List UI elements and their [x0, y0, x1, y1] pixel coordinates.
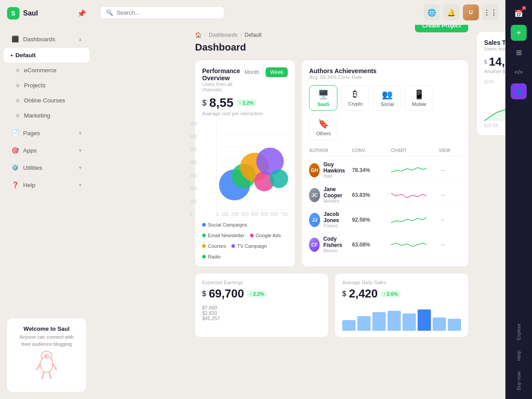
others-icon: 🔖 [318, 118, 329, 129]
daily-sales-number: 2,420 [349, 287, 378, 301]
sparkline-3 [391, 239, 426, 250]
tab-crypto[interactable]: ₿ Crypto [341, 85, 369, 111]
tab-saas[interactable]: 🖥️ SaaS [309, 85, 337, 111]
sidebar-item-dashboards[interactable]: ⬛ Dashboards ▲ [4, 31, 90, 47]
table-row: JJ Jacob Jones Poland 92.56% → [309, 207, 461, 232]
sidebar-nav: ⬛ Dashboards ▲ Default eCommerce Project… [0, 27, 93, 311]
sidebar-item-apps[interactable]: 🎯 Apps ▼ [4, 142, 90, 159]
view-btn-2[interactable]: → [439, 216, 461, 224]
tab-social[interactable]: 👥 Social [373, 85, 401, 111]
tab-week[interactable]: Week [266, 67, 288, 77]
sparkline-0 [391, 165, 426, 176]
authors-table: AUTHOR CONV. CHART VIEW GH Guy Hawkins [309, 145, 461, 257]
social-icon: 👥 [382, 89, 393, 100]
calendar-icon-btn[interactable]: 📅 ! [511, 5, 527, 21]
bar-1 [342, 320, 356, 331]
social-label: Social [380, 102, 394, 107]
home-icon[interactable]: 🏠 [195, 32, 202, 38]
pin-icon[interactable]: 📌 [77, 9, 86, 18]
stats-row: Expected Earnings $ 69,700 ↑ 2.2% $7,660… [195, 274, 468, 337]
logo-icon: S [7, 7, 20, 20]
sidebar-marketing-label: Marketing [24, 112, 82, 119]
performance-card-header: Performance Overview Users from all chan… [202, 67, 288, 92]
welcome-subtitle: Anyone can connect with their audience b… [14, 334, 79, 348]
chevron-icon: ▼ [78, 165, 82, 170]
performance-value: $ 8,55 ↑ 2.2% [202, 96, 288, 110]
tab-mobile[interactable]: 📱 Mobile [405, 85, 433, 111]
bar-8 [448, 319, 461, 331]
code-icon-btn[interactable]: </> [511, 64, 527, 80]
col-view: VIEW [439, 148, 461, 153]
topbar-grid-icon[interactable]: ⋮⋮ [482, 4, 498, 20]
sidebar-item-ecommerce[interactable]: eCommerce [4, 63, 90, 78]
author-country-0: Haiti [323, 174, 348, 179]
astronaut-illustration [24, 348, 69, 383]
view-btn-1[interactable]: → [439, 191, 461, 199]
legend-tv: TV Campaign [231, 243, 267, 249]
crypto-label: Crypto [348, 101, 362, 106]
main-area: 🔍 🌐 🔔 U ⋮⋮ 🏠 › Da [186, 0, 532, 399]
sidebar-item-pages[interactable]: 📄 Pages ▼ [4, 125, 90, 141]
bell-icon: 🔔 [447, 8, 456, 17]
breadcrumb-dashboards[interactable]: Dashboards [209, 32, 238, 38]
avatar-guy: GH [309, 163, 320, 177]
explore-label[interactable]: Explore [516, 320, 521, 344]
welcome-title: Welcome to Saul [14, 325, 79, 332]
chevron-icon: ▼ [78, 183, 82, 188]
search-icon: 🔍 [106, 9, 113, 16]
performance-title: Performance Overview [202, 67, 240, 82]
bar-5 [403, 313, 416, 331]
sidebar-utilities-label: Utilities [23, 164, 78, 171]
sparkline-1 [391, 190, 426, 200]
code-icon: </> [515, 69, 523, 75]
author-country-1: Monaco [324, 199, 348, 203]
author-conv-0: 78.34% [352, 167, 387, 173]
help-label[interactable]: Help [516, 347, 521, 364]
author-country-2: Poland [324, 223, 348, 228]
view-btn-3[interactable]: → [439, 241, 461, 249]
authors-card-header: Authors Achievements Avg. 69.34% Conv. R… [309, 67, 461, 80]
view-btn-0[interactable]: → [439, 166, 461, 174]
buy-now-label[interactable]: Buy now [516, 368, 521, 394]
sidebar-apps-label: Apps [23, 147, 78, 154]
table-row: CF Cody Fishers Mexico 63.08% → [309, 232, 461, 257]
world-icon: 🌐 [427, 8, 436, 17]
performance-card: Performance Overview Users from all chan… [195, 60, 295, 266]
add-icon-btn[interactable]: + [511, 25, 527, 41]
bar-3 [372, 312, 386, 331]
sidebar-item-utilities[interactable]: ⚙️ Utilities ▼ [4, 159, 90, 176]
dot-icon [16, 114, 20, 117]
table-row: GH Guy Hawkins Haiti 78.34% → [309, 158, 461, 183]
topbar-avatar-icon[interactable]: 🌐 [424, 4, 440, 20]
sidebar-item-help[interactable]: ❓ Help ▼ [4, 176, 90, 193]
sidebar-bottom: Welcome to Saul Anyone can connect with … [0, 311, 93, 399]
search-box[interactable]: 🔍 [100, 6, 224, 19]
dashboard-content: 🏠 › Dashboards › Default Dashboard Creat… [186, 25, 477, 399]
sidebar-item-default[interactable]: Default [4, 48, 90, 63]
sidebar-item-online-courses[interactable]: Online Courses [4, 93, 90, 108]
topbar-notif-icon[interactable]: 🔔 [443, 4, 459, 20]
daily-sales-badge: ↑ 2.6% [380, 290, 401, 297]
user-avatar[interactable]: U [463, 4, 479, 20]
author-conv-2: 92.56% [352, 217, 387, 223]
sidebar-item-marketing[interactable]: Marketing [4, 108, 90, 123]
saas-icon: 🖥️ [318, 89, 329, 100]
bubble-chart-container: 700 600 500 400 300 200 100 0 [202, 121, 288, 217]
purple-avatar-btn[interactable]: 👤 [511, 83, 527, 99]
avatar-jacob: JJ [309, 213, 320, 227]
search-input[interactable] [117, 9, 219, 16]
dot-icon [16, 84, 20, 87]
cards-row: Performance Overview Users from all chan… [195, 60, 468, 266]
tab-month[interactable]: Month [240, 67, 264, 77]
app-logo[interactable]: S Saul [7, 7, 38, 20]
col-chart: CHART [391, 148, 435, 153]
earnings-label: Expected Earnings [202, 280, 321, 285]
sidebar-item-projects[interactable]: Projects [4, 78, 90, 93]
dot-icon [16, 99, 20, 102]
bar-4 [387, 311, 401, 331]
tab-others[interactable]: 🔖 Others [309, 114, 337, 140]
legend-radio: Radio [202, 254, 221, 259]
author-name-2: Jacob Jones [324, 211, 348, 223]
welcome-card: Welcome to Saul Anyone can connect with … [7, 318, 86, 392]
settings-icon-btn[interactable]: ⊞ [511, 44, 527, 60]
